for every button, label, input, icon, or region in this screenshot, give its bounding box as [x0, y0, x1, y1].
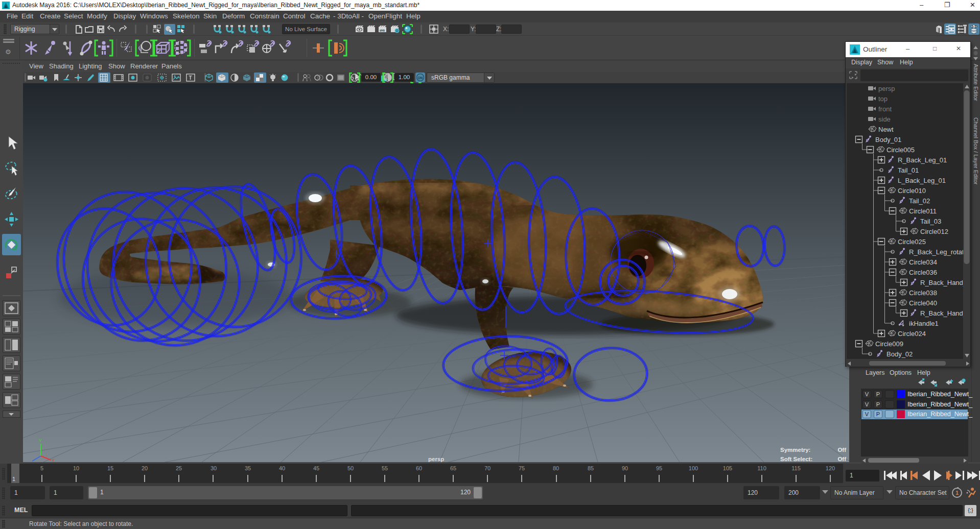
svg-text:Y: Y [39, 438, 42, 443]
svg-text:105: 105 [723, 465, 732, 471]
svg-text:55: 55 [382, 465, 388, 471]
svg-text:front: front [878, 105, 892, 113]
svg-text:35: 35 [245, 465, 251, 471]
svg-text:110: 110 [757, 465, 766, 471]
svg-text:Circle012: Circle012 [920, 228, 948, 235]
svg-text:Off: Off [837, 456, 846, 462]
svg-text:Circle034: Circle034 [909, 258, 937, 266]
svg-text:Circle009: Circle009 [875, 340, 903, 348]
svg-text:Tail_01: Tail_01 [898, 166, 919, 174]
svg-text:120: 120 [826, 465, 835, 471]
svg-text:R_Back_Leg_01: R_Back_Leg_01 [898, 156, 947, 164]
svg-text:70: 70 [484, 465, 491, 471]
svg-text:Newt: Newt [878, 126, 894, 133]
svg-text:Circle040: Circle040 [909, 299, 937, 307]
svg-text:60: 60 [416, 465, 422, 471]
svg-text:30: 30 [211, 465, 217, 471]
svg-text:20: 20 [142, 465, 148, 471]
svg-text:R_Back_Hand_Na: R_Back_Hand_Na [920, 279, 970, 286]
svg-text:Body_02: Body_02 [886, 350, 913, 358]
svg-text:R_Back_Hand_Na: R_Back_Hand_Na [920, 309, 970, 317]
svg-text:100: 100 [689, 465, 698, 471]
svg-text:25: 25 [176, 465, 182, 471]
svg-text:L_Back_Leg_01: L_Back_Leg_01 [898, 177, 946, 184]
svg-text:ikHandle1: ikHandle1 [909, 320, 939, 327]
svg-text:Circle005: Circle005 [886, 146, 915, 154]
svg-text:persp: persp [878, 85, 895, 92]
svg-text:Off: Off [837, 447, 846, 453]
svg-text:1: 1 [955, 490, 959, 496]
svg-text:Symmetry:: Symmetry: [780, 447, 810, 453]
svg-text:85: 85 [588, 465, 594, 471]
svg-text:1: 1 [12, 476, 15, 482]
svg-text:side: side [878, 115, 891, 123]
svg-text:Tail_03: Tail_03 [920, 218, 941, 225]
svg-text:5: 5 [40, 465, 43, 471]
svg-text:90: 90 [622, 465, 628, 471]
svg-text:65: 65 [450, 465, 456, 471]
svg-text:persp: persp [428, 456, 444, 462]
svg-text:Tail_02: Tail_02 [909, 197, 930, 205]
svg-text:R_Back_Leg_rotation: R_Back_Leg_rotation [909, 248, 970, 256]
svg-text:75: 75 [519, 465, 525, 471]
svg-text:IPR: IPR [380, 29, 385, 32]
svg-text:T: T [189, 75, 192, 81]
svg-text:Circle038: Circle038 [909, 289, 937, 297]
svg-text:40: 40 [279, 465, 285, 471]
svg-text:95: 95 [656, 465, 662, 471]
svg-text:Body_01: Body_01 [875, 136, 901, 143]
svg-text:115: 115 [791, 465, 801, 471]
svg-text:15: 15 [107, 465, 113, 471]
svg-text:50: 50 [347, 465, 354, 471]
svg-text:ON: ON [418, 76, 423, 80]
svg-text:Circle036: Circle036 [909, 269, 937, 276]
svg-text:Circle024: Circle024 [898, 330, 926, 338]
svg-text:Soft Select:: Soft Select: [780, 456, 812, 462]
svg-text:x: x [52, 458, 55, 462]
svg-text:Circle025: Circle025 [898, 238, 926, 246]
svg-text:Circle010: Circle010 [898, 187, 926, 195]
svg-text:top: top [878, 95, 888, 103]
svg-text:80: 80 [553, 465, 559, 471]
svg-text:45: 45 [313, 465, 319, 471]
svg-text:Circle011: Circle011 [909, 207, 937, 215]
svg-text:10: 10 [73, 465, 79, 471]
